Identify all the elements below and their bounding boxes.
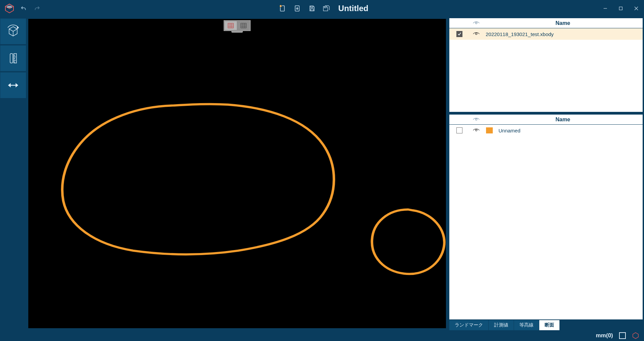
- row-checkbox[interactable]: [449, 31, 470, 37]
- items-panel: Name Unnamed: [449, 113, 643, 319]
- section-curves: [28, 19, 446, 328]
- status-fullscreen-icon[interactable]: [619, 332, 626, 339]
- svg-rect-16: [14, 54, 17, 63]
- svg-marker-24: [16, 84, 18, 87]
- items-panel-header: Name: [449, 115, 643, 125]
- header-name-label: Name: [483, 20, 643, 26]
- right-pane: Name 20220118_193021_test.xbody Name: [448, 17, 644, 330]
- view-grid-b-button[interactable]: [237, 21, 250, 30]
- bodies-panel-header: Name: [449, 18, 643, 28]
- window-controls: [598, 2, 644, 14]
- item-row[interactable]: Unnamed: [449, 125, 643, 136]
- svg-marker-14: [17, 27, 19, 29]
- tab-section[interactable]: 断面: [539, 320, 560, 330]
- redo-button[interactable]: [32, 4, 42, 13]
- open-file-button[interactable]: [290, 2, 304, 15]
- close-button[interactable]: [629, 2, 644, 14]
- header-name-label: Name: [483, 117, 643, 123]
- body-row[interactable]: 20220118_193021_test.xbody: [449, 28, 643, 40]
- maximize-button[interactable]: [613, 2, 629, 14]
- row-name-label: Unnamed: [496, 128, 643, 133]
- undo-button[interactable]: [19, 4, 28, 13]
- tab-bar: ランドマーク 計測値 等高線 断面: [449, 320, 643, 330]
- header-eye-icon: [470, 117, 483, 122]
- tab-landmark[interactable]: ランドマーク: [449, 320, 489, 330]
- svg-marker-39: [633, 333, 639, 339]
- row-color-swatch[interactable]: [483, 127, 496, 133]
- svg-point-37: [476, 118, 477, 120]
- view-toggle-toolbar[interactable]: [224, 20, 251, 31]
- statusbar: mm(0): [0, 330, 644, 341]
- sidebar-fit-button[interactable]: [0, 72, 26, 98]
- svg-rect-10: [619, 7, 622, 10]
- svg-point-38: [476, 129, 477, 131]
- svg-rect-30: [241, 23, 246, 28]
- status-app-icon[interactable]: [632, 332, 639, 339]
- save-as-button[interactable]: [320, 2, 333, 15]
- row-visibility-icon[interactable]: [470, 32, 483, 36]
- titlebar-left: 4MS: [0, 3, 42, 14]
- svg-marker-23: [8, 84, 10, 87]
- svg-rect-6: [311, 6, 313, 8]
- toolbar-drag-handle[interactable]: [231, 31, 243, 33]
- document-title: Untitled: [338, 4, 368, 13]
- save-file-button[interactable]: [305, 2, 319, 15]
- minimize-button[interactable]: [598, 2, 613, 14]
- tab-measurement[interactable]: 計測値: [489, 320, 514, 330]
- new-file-button[interactable]: [276, 2, 289, 15]
- view-grid-a-button[interactable]: [225, 21, 237, 30]
- app-logo-icon[interactable]: 4MS: [4, 3, 15, 14]
- svg-rect-25: [228, 23, 233, 28]
- viewport-3d[interactable]: [28, 19, 446, 328]
- svg-rect-8: [324, 6, 326, 8]
- svg-text:4MS: 4MS: [7, 6, 12, 8]
- stage-area: [26, 17, 448, 330]
- tab-contour[interactable]: 等高線: [514, 320, 539, 330]
- main-area: Name 20220118_193021_test.xbody Name: [0, 17, 644, 330]
- row-visibility-icon[interactable]: [470, 128, 483, 133]
- row-checkbox[interactable]: [449, 127, 470, 133]
- svg-point-35: [476, 22, 477, 24]
- sidebar: [0, 17, 26, 330]
- svg-rect-7: [311, 9, 313, 11]
- svg-point-36: [476, 33, 477, 35]
- bodies-panel: Name 20220118_193021_test.xbody: [449, 18, 643, 112]
- sidebar-measure-button[interactable]: [0, 45, 26, 71]
- svg-rect-15: [10, 54, 13, 63]
- row-name-label: 20220118_193021_test.xbody: [483, 31, 643, 37]
- sidebar-model-button[interactable]: [0, 18, 26, 44]
- header-eye-icon: [470, 21, 483, 26]
- titlebar: 4MS Untitled: [0, 0, 644, 17]
- titlebar-center: Untitled: [276, 2, 368, 15]
- status-units[interactable]: mm(0): [596, 332, 613, 339]
